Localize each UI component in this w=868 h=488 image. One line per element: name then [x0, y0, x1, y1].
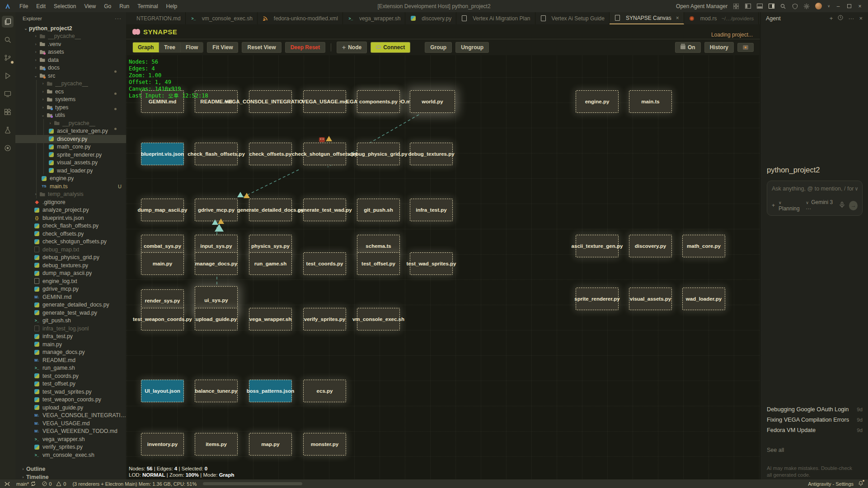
git-branch-status[interactable]: main*: [16, 481, 36, 487]
tab-fedora-unkno-modified-xml[interactable]: fedora-unkno-modified.xml: [258, 12, 343, 24]
menu-edit[interactable]: Edit: [32, 0, 50, 12]
snapshot-button[interactable]: [737, 43, 754, 52]
ungroup-button[interactable]: Ungroup: [455, 42, 489, 53]
history-button[interactable]: History: [704, 42, 734, 53]
open-agent-manager-button[interactable]: Open Agent Manager: [676, 3, 727, 9]
file-item-check-shotgun-offsets-py[interactable]: check_shotgun_offsets.py: [15, 238, 126, 246]
file-item-gdrive-mcp-py[interactable]: gdrive_mcp.py: [15, 285, 126, 293]
file-item-vega-console-integration-md[interactable]: VEGA_CONSOLE_INTEGRATION.md: [15, 412, 126, 420]
user-avatar[interactable]: [815, 3, 822, 9]
tab-ntegration-md[interactable]: NTEGRATION.md: [126, 12, 186, 24]
canvas-node-visual-assets-py[interactable]: visual_assets.py: [629, 288, 672, 310]
menu-file[interactable]: File: [15, 0, 32, 12]
file-item-check-offsets-py[interactable]: check_offsets.py: [15, 230, 126, 238]
canvas-node-check-shotgun-offsets-py[interactable]: check_shotgun_offsets.py: [303, 143, 346, 165]
canvas-node-verify-sprites-py[interactable]: verify_sprites.py: [303, 308, 346, 330]
section-timeline[interactable]: ›Timeline: [15, 473, 126, 480]
file-item-verify-sprites-py[interactable]: verify_sprites.py: [15, 443, 126, 451]
canvas-node-generate-detailed-docs-py[interactable]: generate_detailed_docs.py: [249, 199, 292, 221]
mode-tree-button[interactable]: Tree: [159, 42, 181, 52]
canvas-node-sprite-renderer-py[interactable]: sprite_renderer.py: [576, 288, 619, 310]
file-item-sprite-renderer-py[interactable]: sprite_renderer.py: [15, 151, 126, 159]
deep-reset-button[interactable]: Deep Reset: [285, 42, 325, 53]
file-item-generate-detailed-docs-py[interactable]: generate_detailed_docs.py: [15, 301, 126, 309]
folder-item-ecs[interactable]: ›ecs: [15, 88, 126, 96]
file-item-main-ts[interactable]: main.tsU: [15, 182, 126, 191]
canvas-node-infra-test-py[interactable]: infra_test.py: [410, 199, 453, 221]
menu-help[interactable]: Help: [162, 0, 182, 12]
fit-view-button[interactable]: Fit View: [207, 42, 238, 53]
menu-selection[interactable]: Selection: [50, 0, 80, 12]
file-item-test-weapon-coords-py[interactable]: test_weapon_coords.py: [15, 396, 126, 404]
toggle-sidebar-icon[interactable]: [745, 3, 751, 9]
settings-status[interactable]: Antigravity - Settings: [808, 481, 854, 487]
graph-canvas[interactable]: Nodes: 56 Edges: 4 Zoom: 1.00 Offset: 1,…: [126, 55, 760, 479]
canvas-node-ui-layout-json[interactable]: UI_layout.json: [141, 380, 184, 402]
history-icon[interactable]: [838, 15, 843, 22]
canvas-node-vega-wrapper-sh[interactable]: vega_wrapper.sh: [249, 308, 292, 330]
more-actions-icon[interactable]: ···: [848, 15, 854, 22]
run-debug-activity-icon[interactable]: [2, 70, 14, 82]
file-item-blueprint-vis-json[interactable]: blueprint.vis.json: [15, 214, 126, 222]
problems-status[interactable]: 0 0: [42, 481, 66, 487]
canvas-node-items-py[interactable]: items.py: [195, 433, 238, 455]
new-conversation-icon[interactable]: +: [830, 15, 833, 22]
file-item-debug-textures-py[interactable]: debug_textures.py: [15, 261, 126, 270]
folder-item-data[interactable]: ›data: [15, 56, 126, 64]
canvas-node-upload-guide-py[interactable]: upload_guide.py: [195, 308, 238, 330]
file-item-upload-guide-py[interactable]: upload_guide.py: [15, 404, 126, 412]
canvas-node-test-weapon-coords-py[interactable]: test_weapon_coords.py: [141, 308, 184, 330]
canvas-node-math-core-py[interactable]: math_core.py: [682, 235, 725, 257]
canvas-node-boss-patterns-json[interactable]: boss_patterns.json: [249, 380, 292, 402]
canvas-node-components-py[interactable]: components.py: [357, 90, 400, 113]
folder-item--pycache-[interactable]: ›__pycache__: [15, 33, 126, 41]
file-item--gitignore[interactable]: .gitignore: [15, 198, 126, 206]
canvas-node-ecs-py[interactable]: ecs.py: [303, 380, 346, 402]
file-item-git-push-sh[interactable]: git_push.sh: [15, 317, 126, 325]
file-item-main-py[interactable]: main.py: [15, 340, 126, 349]
canvas-node-vega-console-integration-md[interactable]: VEGA_CONSOLE_INTEGRATION.md: [249, 90, 292, 113]
minimize-button[interactable]: –: [835, 4, 841, 9]
canvas-node-wad-loader-py[interactable]: wad_loader.py: [682, 288, 725, 310]
planning-dropdown[interactable]: ∨ Planning: [779, 199, 802, 212]
folder-item-docs[interactable]: ›docs: [15, 64, 126, 72]
record-activity-icon[interactable]: [2, 142, 14, 154]
canvas-node-main-py[interactable]: main.py: [141, 252, 184, 275]
tab-close-icon[interactable]: ×: [676, 15, 679, 21]
file-item-generate-test-wad-py[interactable]: generate_test_wad.py: [15, 309, 126, 317]
folder-item--venv[interactable]: ›.venv: [15, 40, 126, 48]
canvas-node-check-offsets-py[interactable]: check_offsets.py: [249, 143, 292, 165]
explorer-activity-icon[interactable]: [2, 16, 14, 28]
tab-vertex-ai-migration-plan[interactable]: Vertex Ai Migration Plan: [456, 12, 535, 24]
file-item-infra-test-py[interactable]: infra_test.py: [15, 333, 126, 341]
conversation-item[interactable]: Fedora VM Update9d: [767, 425, 863, 435]
menu-view[interactable]: View: [80, 0, 100, 12]
testing-activity-icon[interactable]: [2, 124, 14, 136]
canvas-node-map-py[interactable]: map.py: [249, 433, 292, 455]
reset-view-button[interactable]: Reset View: [242, 42, 281, 53]
folder-item-utils[interactable]: ⌄utils: [15, 112, 126, 120]
file-item-visual-assets-py[interactable]: visual_assets.py: [15, 159, 126, 167]
canvas-node-vm-console-exec-sh[interactable]: vm_console_exec.sh: [357, 308, 400, 330]
canvas-node-discovery-py[interactable]: discovery.py: [629, 235, 672, 257]
file-item-wad-loader-py[interactable]: wad_loader.py: [15, 167, 126, 175]
file-item-math-core-py[interactable]: math_core.py: [15, 143, 126, 151]
explorer-more-actions-icon[interactable]: ···: [115, 15, 122, 22]
file-item-vega-wrapper-sh[interactable]: vega_wrapper.sh: [15, 435, 126, 443]
canvas-node-dump-map-ascii-py[interactable]: dump_map_ascii.py: [141, 199, 184, 221]
canvas-node-test-coords-py[interactable]: test_coords.py: [303, 252, 346, 275]
canvas-node-manage-docs-py[interactable]: manage_docs.py: [195, 252, 238, 275]
file-item-manage-docs-py[interactable]: manage_docs.py: [15, 349, 126, 357]
canvas-node-inventory-py[interactable]: inventory.py: [141, 433, 184, 455]
canvas-node-main-ts[interactable]: main.ts: [629, 90, 672, 113]
folder-item-types[interactable]: ›types: [15, 103, 126, 112]
see-all-link[interactable]: See all: [767, 447, 863, 453]
tab-synapse-canvas[interactable]: SYNAPSE Canvas×: [610, 12, 684, 24]
file-item-vm-console-exec-sh[interactable]: vm_console_exec.sh: [15, 451, 126, 459]
gear-icon[interactable]: [803, 3, 810, 9]
avatar-chevron-icon[interactable]: ∨: [827, 4, 830, 8]
extensions-activity-icon[interactable]: [2, 106, 14, 118]
recording-toggle-button[interactable]: On: [675, 42, 701, 53]
canvas-node-world-py[interactable]: world.py: [410, 90, 455, 113]
canvas-node-ascii-texture-gen-py[interactable]: ascii_texture_gen.py: [576, 235, 619, 257]
